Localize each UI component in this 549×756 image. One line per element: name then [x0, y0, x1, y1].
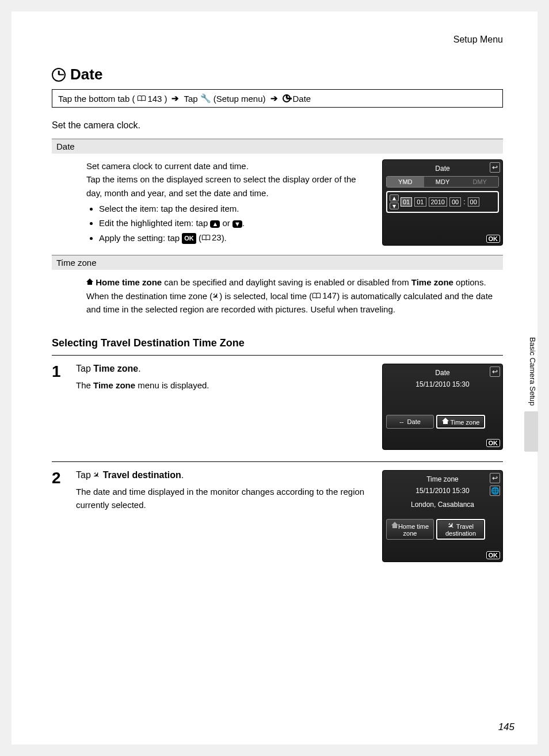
step-desc: The date and time displayed in the monit… — [76, 485, 373, 512]
page-number: 145 — [498, 721, 514, 733]
step-2: 2 Tap ✈ Travel destination. The date and… — [52, 461, 503, 574]
datetime-text: 15/11/2010 15:30 — [386, 380, 499, 388]
step-desc: The Time zone menu is displayed. — [76, 379, 373, 392]
book-ref: 147 — [312, 289, 337, 302]
lcd-screen-step2: Time zone ↩ 🌐 15/11/2010 15:30 London, C… — [382, 470, 503, 562]
lcd-screen-step1: Date ↩ 15/11/2010 15:30 -- Date Time zon… — [382, 364, 503, 450]
ok-button[interactable]: OK — [486, 551, 501, 559]
home-icon — [442, 418, 449, 425]
datetime-text: 15/11/2010 15:30 — [386, 487, 499, 495]
arrow-icon: ➔ — [171, 93, 179, 104]
selecting-heading: Selecting Travel Destination Time Zone — [52, 337, 503, 349]
subhead-timezone: Time zone — [52, 255, 503, 270]
lcd-screen-date: Date ↩ YMD MDY DMY ▴ ▾ 01 01 2010 00 : 0… — [382, 159, 503, 246]
side-tab-label: Basic Camera Setup — [524, 334, 538, 411]
bullet: Edit the highlighted item: tap ▲ or ▼. — [99, 216, 371, 230]
day-field[interactable]: 01 — [401, 197, 412, 207]
step-number: 1 — [52, 364, 67, 380]
breadcrumb-text: Tap the bottom tab ( — [58, 94, 135, 104]
screen-title: Date — [435, 369, 449, 377]
clock-icon — [283, 94, 291, 102]
step-1: 1 Tap Time zone. The Time zone menu is d… — [52, 355, 503, 461]
step-number: 2 — [52, 470, 67, 486]
back-icon[interactable]: ↩ — [490, 473, 500, 483]
up-button[interactable]: ▴ — [390, 194, 399, 201]
step-title: Tap ✈ Travel destination. — [76, 470, 373, 480]
step-title: Tap Time zone. — [76, 364, 373, 374]
format-tabs[interactable]: YMD MDY DMY — [386, 176, 499, 188]
page-title: Date — [52, 66, 503, 83]
subhead-date: Date — [52, 139, 503, 154]
wrench-icon: 🔧 — [200, 93, 211, 104]
back-icon[interactable]: ↩ — [490, 366, 500, 377]
down-button[interactable]: ▾ — [390, 203, 399, 209]
down-arrow-icon: ▼ — [232, 220, 242, 228]
ok-icon: OK — [182, 233, 196, 244]
side-tab: Basic Camera Setup — [524, 334, 538, 495]
hour-field[interactable]: 00 — [449, 197, 461, 207]
home-icon — [391, 522, 398, 529]
date-button[interactable]: -- Date — [386, 415, 434, 429]
clock-icon — [52, 68, 66, 82]
timezone-description: Home time zone can be specified and dayl… — [86, 276, 503, 316]
book-ref: 143 — [137, 94, 162, 104]
globe-icon[interactable]: 🌐 — [490, 486, 500, 496]
ok-button[interactable]: OK — [486, 235, 501, 243]
date-editor: ▴ ▾ 01 01 2010 00 : 00 — [386, 191, 499, 213]
breadcrumb: Tap the bottom tab ( 143 ) ➔ Tap 🔧 (Setu… — [52, 89, 503, 108]
bullet: Select the item: tap the desired item. — [99, 202, 371, 215]
bullet: Apply the setting: tap OK ( 23). — [99, 231, 371, 245]
home-icon — [86, 278, 93, 285]
side-tab-thumb — [524, 411, 538, 452]
travel-destination-button[interactable]: ✈ Travel destination — [436, 519, 485, 540]
date-description: Set camera clock to current date and tim… — [86, 159, 371, 246]
title-text: Date — [70, 66, 102, 83]
tab-mdy[interactable]: MDY — [424, 177, 462, 187]
tab-ymd[interactable]: YMD — [387, 177, 424, 187]
minute-field[interactable]: 00 — [468, 197, 479, 207]
screen-title: Time zone — [426, 475, 459, 483]
header-section: Setup Menu — [52, 35, 503, 45]
month-field[interactable]: 01 — [414, 197, 426, 207]
year-field[interactable]: 2010 — [429, 197, 447, 207]
ok-button[interactable]: OK — [486, 439, 501, 447]
intro-text: Set the camera clock. — [52, 120, 503, 131]
tab-dmy[interactable]: DMY — [461, 177, 498, 187]
back-icon[interactable]: ↩ — [490, 162, 500, 173]
home-timezone-button[interactable]: Home time zone — [386, 519, 434, 540]
book-ref: 23 — [201, 231, 222, 244]
screen-title: Date — [435, 165, 449, 173]
book-icon — [137, 95, 146, 102]
arrow-icon: ➔ — [270, 93, 278, 104]
up-arrow-icon: ▲ — [210, 220, 220, 228]
location-text: London, Casablanca — [386, 501, 499, 509]
timezone-button[interactable]: Time zone — [436, 415, 485, 429]
page: Setup Menu Date Tap the bottom tab ( 143… — [12, 12, 537, 744]
